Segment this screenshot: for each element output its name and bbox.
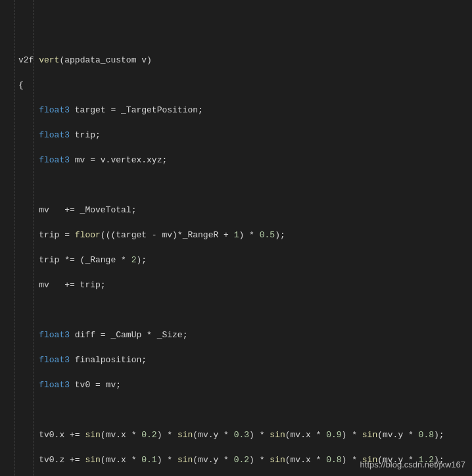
code-line[interactable]: float3 mv = v.vertex.xyz; <box>7 154 472 166</box>
code-line[interactable]: tv0.x += sin(mv.x * 0.2) * sin(mv.y * 0.… <box>7 429 472 441</box>
watermark-text: https://blog.csdn.net/jxw167 <box>360 458 465 471</box>
code-line[interactable]: trip *= (_Range * 2); <box>7 254 472 266</box>
code-line[interactable]: float3 finalposition; <box>7 354 472 366</box>
code-line[interactable]: { <box>7 79 472 91</box>
code-line[interactable]: float3 tv0 = mv; <box>7 379 472 391</box>
code-line[interactable] <box>7 304 472 316</box>
code-editor[interactable]: v2f vert(appdata_custom v) { float3 targ… <box>0 0 472 476</box>
code-line[interactable]: mv += trip; <box>7 279 472 291</box>
code-line[interactable]: v2f vert(appdata_custom v) <box>7 54 472 66</box>
code-line[interactable]: float3 target = _TargetPosition; <box>7 104 472 116</box>
code-line[interactable]: float3 diff = _CamUp * _Size; <box>7 329 472 341</box>
code-line[interactable]: trip = floor(((target - mv)*_RangeR + 1)… <box>7 229 472 241</box>
code-line[interactable] <box>7 404 472 416</box>
code-line[interactable]: float3 trip; <box>7 129 472 141</box>
code-line[interactable] <box>7 179 472 191</box>
code-line[interactable]: mv += _MoveTotal; <box>7 204 472 216</box>
